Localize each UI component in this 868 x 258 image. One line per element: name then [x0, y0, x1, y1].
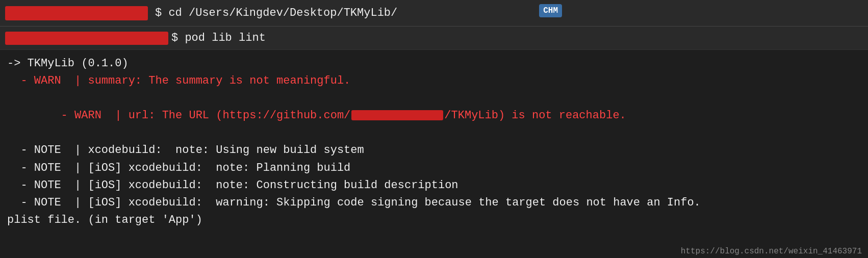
note-line-3: - NOTE | [iOS] xcodebuild: note: Constru… — [7, 177, 861, 194]
note-line-1: - NOTE | xcodebuild: note: Using new bui… — [7, 142, 861, 159]
note-line-4a: - NOTE | [iOS] xcodebuild: warning: Skip… — [7, 194, 861, 212]
warn-line-2-suffix: /TKMyLib) is not reachable. — [444, 109, 626, 122]
terminal-window: $ cd /Users/Kingdev/Desktop/TKMyLib/ CHM… — [0, 0, 868, 258]
redacted-username-1 — [5, 6, 148, 20]
url-redacted-block — [351, 110, 443, 120]
bottom-url: https://blog.csdn.net/weixin_41463971 — [681, 247, 862, 256]
second-prompt-text: $ pod lib lint — [171, 32, 266, 44]
warn-line-2-prefix: - WARN | url: The URL (https://github.co… — [47, 109, 350, 122]
top-bar-left: $ cd /Users/Kingdev/Desktop/TKMyLib/ — [5, 6, 397, 20]
terminal-output: -> TKMyLib (0.1.0) - WARN | summary: The… — [0, 50, 868, 232]
warn-line-2: - WARN | url: The URL (https://github.co… — [7, 90, 861, 142]
second-command-bar: $ pod lib lint — [0, 27, 868, 50]
warn-line-1: - WARN | summary: The summary is not mea… — [7, 72, 861, 90]
chm-badge: CHM — [539, 4, 562, 17]
redacted-username-2 — [5, 32, 168, 45]
arrow-line: -> TKMyLib (0.1.0) — [7, 55, 861, 72]
note-line-2: - NOTE | [iOS] xcodebuild: note: Plannin… — [7, 160, 861, 177]
note-line-4b: plist file. (in target 'App') — [7, 212, 861, 229]
top-command-bar: $ cd /Users/Kingdev/Desktop/TKMyLib/ CHM — [0, 0, 868, 27]
top-prompt-text: $ cd /Users/Kingdev/Desktop/TKMyLib/ — [155, 7, 397, 19]
